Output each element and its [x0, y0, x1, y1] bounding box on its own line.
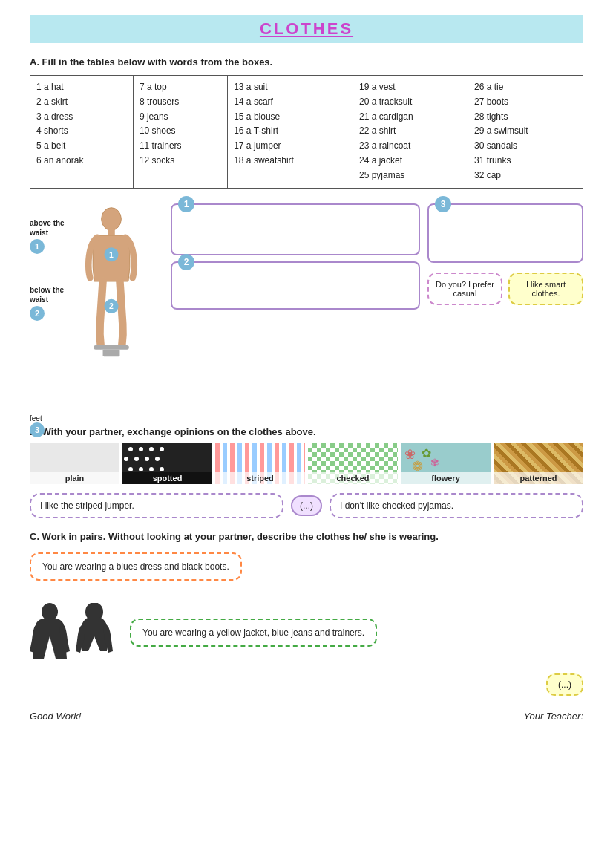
swatch-flowery: ❀ ✿ ❁ ✾ flowery: [401, 443, 491, 484]
section-b-instruction: B. With your partner, exchange opinions …: [30, 426, 583, 437]
swatch-striped-label: striped: [215, 472, 305, 484]
dialogue-right: I don't like checked pyjamas.: [330, 493, 583, 518]
footer-left: Good Work!: [30, 711, 81, 722]
ellipsis-bubble: (...): [546, 673, 583, 696]
swatches-row: plain spotted striped checked ❀ ✿ ❁ ✾ fl…: [30, 443, 583, 484]
swatch-patterned: patterned: [494, 443, 583, 484]
speech-bubble-left: Do you? I prefer casual: [427, 273, 502, 305]
svg-rect-2: [94, 345, 129, 349]
vocab-col1: 1 a hat 2 a skirt 3 a dress 4 shorts 5 a…: [30, 76, 134, 189]
section-a-instruction: A. Fill in the tables below with words f…: [30, 56, 583, 68]
footer-right: Your Teacher:: [524, 711, 583, 722]
swatch-plain: plain: [30, 443, 119, 484]
svg-text:1: 1: [109, 249, 114, 258]
people-silhouettes: [30, 603, 115, 662]
fill-box-2[interactable]: 2: [171, 261, 420, 310]
body-labels: above thewaist 1 below thewaist 2 feet 3: [30, 203, 82, 382]
speech-bubbles-row: Do you? I prefer casual I like smart clo…: [427, 273, 583, 305]
vocab-col4: 19 a vest 20 a tracksuit 21 a cardigan 2…: [353, 76, 468, 189]
mannequin-figure: 1 2: [82, 203, 141, 359]
badge-1-label: 1: [30, 239, 45, 254]
feet-label: feet: [30, 414, 42, 422]
section-c-bubble1-area: You are wearing a blues dress and black …: [30, 552, 583, 592]
badge-3-bottom: 3: [30, 422, 45, 437]
vocab-col2: 7 a top 8 trousers 9 jeans 10 shoes 11 t…: [133, 76, 227, 189]
swatch-striped: striped: [215, 443, 305, 484]
fill-box-2-number: 2: [178, 254, 194, 270]
title-bar: CLOTHES: [30, 15, 583, 43]
fill-box-1[interactable]: 1: [171, 203, 420, 255]
swatch-spotted: spotted: [122, 443, 212, 484]
above-waist-label: above thewaist: [30, 218, 65, 238]
vocab-table: 1 a hat 2 a skirt 3 a dress 4 shorts 5 a…: [30, 75, 583, 189]
below-waist-label: below thewaist: [30, 285, 64, 304]
dialogue-mid: (...): [291, 495, 322, 516]
section-c-bubble1: You are wearing a blues dress and black …: [30, 552, 242, 581]
svg-point-0: [102, 207, 122, 230]
dialogue-left: I like the striped jumper.: [30, 493, 283, 518]
fill-box-1-number: 1: [178, 196, 194, 212]
footer: Good Work! Your Teacher:: [30, 711, 583, 722]
badge-2-label: 2: [30, 306, 45, 321]
silhouette-1: [30, 603, 71, 662]
fill-box-3[interactable]: 3: [427, 203, 583, 263]
ellipsis-area: (...): [30, 673, 583, 696]
swatch-patterned-label: patterned: [494, 472, 583, 484]
swatch-flowery-label: flowery: [401, 472, 491, 484]
people-row: You are wearing a yellow jacket, blue je…: [30, 603, 583, 662]
mannequin-column: 1 2: [82, 203, 163, 382]
vocab-col5: 26 a tie 27 boots 28 tights 29 a swimsui…: [468, 76, 583, 189]
svg-text:2: 2: [109, 301, 114, 310]
swatch-plain-label: plain: [30, 472, 119, 484]
swatch-checked: checked: [308, 443, 398, 484]
page-title: CLOTHES: [30, 19, 583, 39]
swatch-spotted-label: spotted: [122, 472, 212, 484]
silhouette-2: [74, 603, 115, 662]
section-c-instruction: C. Work in pairs. Without looking at you…: [30, 529, 583, 544]
fill-box-3-number: 3: [435, 196, 451, 212]
section-c-bubble2: You are wearing a yellow jacket, blue je…: [130, 619, 377, 647]
dialogue-row: I like the striped jumper. (...) I don't…: [30, 493, 583, 518]
vocab-col3: 13 a suit 14 a scarf 15 a blouse 16 a T-…: [228, 76, 353, 189]
speech-bubble-right: I like smart clothes.: [508, 273, 583, 305]
swatch-checked-label: checked: [308, 472, 398, 484]
svg-rect-1: [108, 228, 115, 235]
svg-rect-3: [103, 349, 120, 356]
